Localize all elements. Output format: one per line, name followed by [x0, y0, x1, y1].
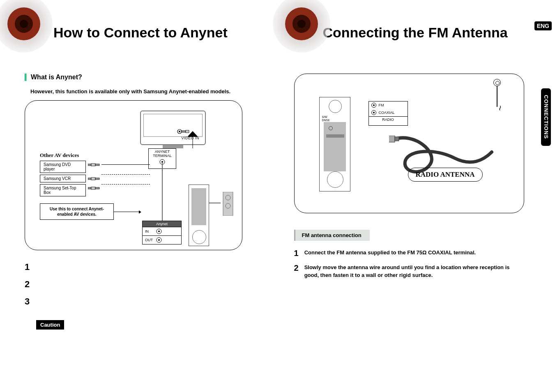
anynet-io-title: Anynet — [143, 221, 181, 227]
anynet-io-panel: Anynet IN OUT — [142, 221, 182, 244]
accent-bar-icon — [25, 74, 27, 81]
svg-rect-19 — [95, 187, 99, 189]
svg-rect-6 — [182, 131, 186, 132]
svg-rect-12 — [91, 164, 95, 166]
tv-lead-line-icon — [187, 131, 198, 148]
svg-rect-31 — [389, 136, 395, 142]
right-heading: Connecting the FM Antenna — [323, 25, 535, 41]
left-steps: 1 2 3 — [25, 262, 261, 307]
section-tab: CONNECTIONS — [541, 88, 551, 146]
left-page: How to Connect to Anynet What is Anynet?… — [0, 0, 278, 392]
av-device-item: Samsung Set-Top Box — [40, 184, 86, 196]
step-number: 2 — [294, 264, 299, 272]
main-unit-rear-icon: S/W DNSE — [319, 97, 350, 191]
antenna-loop-icon — [493, 79, 501, 86]
caution-box: Caution — [36, 320, 64, 330]
svg-rect-11 — [88, 164, 91, 166]
anynet-terminal-label: ANYNET TERMINAL — [150, 150, 175, 158]
callout-arrow-icon — [114, 212, 141, 212]
svg-point-23 — [158, 239, 160, 241]
anynet-cable-icon — [162, 163, 163, 221]
svg-rect-14 — [88, 178, 91, 180]
main-unit-icon — [189, 184, 209, 246]
wire-icon — [209, 203, 221, 203]
av-device-label: Samsung DVD player — [44, 162, 71, 171]
svg-rect-13 — [95, 164, 99, 166]
port-icon — [156, 228, 162, 235]
svg-point-10 — [161, 161, 163, 163]
plug-icon — [88, 185, 100, 192]
rear-dnse-label: DNSE — [322, 119, 330, 122]
svg-point-5 — [179, 131, 180, 132]
anynet-in-label: IN — [145, 229, 156, 233]
av-device-item: Samsung VCR — [40, 175, 86, 182]
side-connector-icon — [221, 192, 235, 216]
av-device-item: Samsung DVD player — [40, 161, 86, 173]
radio-panel-title: RADIO — [369, 116, 408, 122]
coaxial-port-label: COAXIAL — [379, 111, 395, 115]
plug-icon — [88, 162, 100, 168]
av-device-label: Samsung VCR — [44, 176, 71, 181]
svg-rect-32 — [395, 137, 399, 141]
dashed-connector-icon — [101, 184, 150, 184]
speaker-decoration-icon — [0, 0, 58, 58]
plug-icon — [88, 176, 100, 182]
av-device-list: Samsung DVD player Samsung VCR Samsung S… — [40, 161, 86, 198]
other-av-label: Other AV devices — [40, 152, 79, 159]
sub-heading-text: What is Anynet? — [31, 74, 82, 81]
anynet-out-label: OUT — [145, 238, 156, 242]
svg-rect-24 — [223, 192, 233, 216]
svg-rect-15 — [91, 178, 95, 180]
fm-section-label: FM antenna connection — [294, 230, 370, 241]
av-device-label: Samsung Set-Top Box — [44, 186, 76, 195]
rear-sw-label: S/W — [322, 115, 327, 118]
step-number: 2 — [25, 279, 261, 290]
svg-point-21 — [158, 231, 160, 232]
left-heading: How to Connect to Anynet — [53, 25, 261, 41]
wire-break-icon: ≀ — [498, 104, 502, 113]
right-page: ENG CONNECTIONS Connecting the FM Antenn… — [278, 0, 555, 392]
dashed-connector-icon — [101, 174, 150, 175]
step-number: 1 — [25, 262, 261, 272]
step-number: 3 — [25, 296, 261, 307]
step-text: Slowly move the antenna wire around unti… — [304, 264, 518, 279]
what-is-anynet-heading: What is Anynet? — [25, 74, 261, 81]
svg-point-30 — [297, 20, 306, 28]
step-number: 1 — [294, 249, 299, 257]
fm-antenna-diagram: S/W DNSE FM COAXIAL RADIO ≀ — [294, 74, 524, 213]
speaker-decoration-icon — [269, 0, 335, 58]
svg-rect-16 — [95, 178, 99, 180]
callout-text: Use this to connect Anynet-enabled AV de… — [50, 207, 104, 217]
fm-port-label: FM — [379, 103, 384, 107]
fm-step: 1 Connect the FM antenna supplied to the… — [294, 249, 535, 257]
radio-terminal-panel: FM COAXIAL RADIO — [368, 101, 408, 126]
svg-rect-18 — [91, 187, 95, 189]
svg-rect-17 — [88, 187, 91, 189]
port-icon — [156, 237, 162, 243]
svg-point-3 — [20, 20, 28, 28]
fm-step: 2 Slowly move the antenna wire around un… — [294, 264, 535, 279]
intro-text: However, this function is available only… — [30, 88, 261, 95]
lang-badge: ENG — [534, 21, 552, 30]
anynet-diagram: VIDEO IN ANYNET TERMINAL Other AV device… — [25, 100, 242, 250]
coaxial-port-icon — [371, 110, 376, 115]
solid-connector-icon — [101, 164, 150, 165]
step-text: Connect the FM antenna supplied to the F… — [304, 249, 476, 257]
radio-antenna-label: RADIO ANTENNA — [408, 168, 483, 182]
callout-box: Use this to connect Anynet-enabled AV de… — [40, 203, 114, 220]
fm-port-icon — [371, 103, 376, 108]
antenna-wire-icon — [497, 86, 497, 107]
